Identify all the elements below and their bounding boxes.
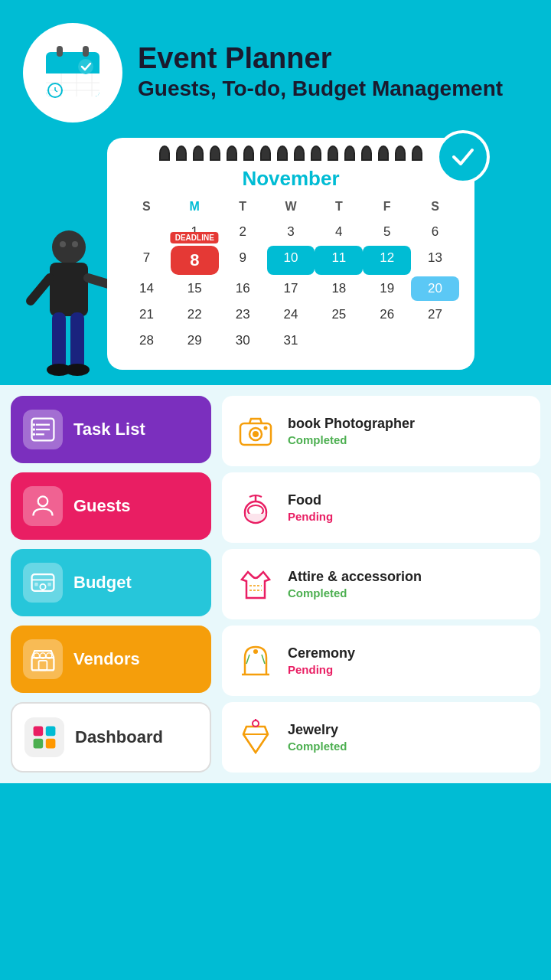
- svg-line-64: [256, 734, 268, 753]
- task-item-jewelry[interactable]: Jewelry Completed: [222, 702, 540, 773]
- cal-row-4: 21 22 23 24 25 26 27: [122, 302, 459, 327]
- svg-line-60: [243, 727, 246, 734]
- calendar-spirals: [122, 145, 459, 161]
- svg-point-9: [78, 59, 93, 74]
- cal-cell-8-deadline[interactable]: DEADLINE 8: [171, 246, 219, 275]
- cal-cell-12[interactable]: 12: [363, 246, 411, 275]
- cal-cell-16[interactable]: 16: [219, 276, 267, 301]
- calendar-section: November S M T W T F S 1 2 3 4 5 6: [0, 138, 551, 385]
- cal-row-5: 28 29 30 31: [122, 328, 459, 353]
- cal-cell-15[interactable]: 15: [171, 276, 219, 301]
- right-task-list: book Photographer Completed Food Pending: [222, 385, 551, 783]
- svg-rect-46: [46, 739, 56, 749]
- photographer-name: book Photographer: [288, 416, 415, 432]
- cal-cell-27[interactable]: 27: [411, 302, 459, 327]
- svg-rect-45: [34, 739, 44, 749]
- cal-cell-3[interactable]: 3: [267, 220, 315, 244]
- svg-point-49: [253, 431, 259, 437]
- svg-rect-36: [34, 583, 38, 586]
- nav-dashboard[interactable]: Dashboard: [11, 702, 211, 773]
- cal-row-2: 7 DEADLINE 8 9 10 11 12 13: [122, 246, 459, 275]
- vendors-label: Vendors: [73, 649, 140, 669]
- budget-label: Budget: [73, 573, 132, 593]
- app-subtitle: Guests, To-do, Budget Management: [138, 75, 503, 103]
- svg-line-58: [246, 655, 249, 664]
- app-header: Event Planner Guests, To-do, Budget Mana…: [0, 0, 551, 138]
- cal-cell-empty: [122, 220, 171, 244]
- cal-cell-9[interactable]: 9: [219, 246, 267, 275]
- ceremony-icon: [234, 639, 277, 682]
- cal-cell-22[interactable]: 22: [171, 302, 219, 327]
- svg-point-50: [264, 426, 268, 430]
- task-item-ceremony[interactable]: Ceremony Pending: [222, 626, 540, 696]
- attire-name: Attire & accessorion: [288, 569, 422, 585]
- task-item-food[interactable]: Food Pending: [222, 472, 540, 543]
- cal-cell-13[interactable]: 13: [411, 246, 459, 275]
- cal-cell-28[interactable]: 28: [122, 328, 171, 353]
- attire-status: Completed: [288, 586, 422, 599]
- food-name: Food: [288, 492, 333, 508]
- food-info: Food Pending: [288, 492, 333, 523]
- svg-rect-10: [57, 46, 63, 57]
- cal-cell-26[interactable]: 26: [363, 302, 411, 327]
- food-status: Pending: [288, 510, 333, 523]
- svg-point-22: [65, 364, 90, 376]
- cal-cell-20[interactable]: 20: [411, 276, 459, 301]
- guests-label: Guests: [73, 496, 131, 516]
- calendar-grid: S M T W T F S 1 2 3 4 5 6 7: [122, 197, 459, 353]
- task-item-photographer[interactable]: book Photographer Completed: [222, 396, 540, 466]
- cal-cell-empty3: [363, 328, 411, 353]
- cal-cell-11[interactable]: 11: [315, 246, 363, 275]
- task-list-icon: [23, 410, 63, 449]
- cal-cell-23[interactable]: 23: [219, 302, 267, 327]
- ceremony-info: Ceremony Pending: [288, 645, 355, 676]
- cal-cell-25[interactable]: 25: [315, 302, 363, 327]
- photographer-status: Completed: [288, 433, 415, 446]
- cal-cell-21[interactable]: 21: [122, 302, 171, 327]
- cal-cell-4[interactable]: 4: [315, 220, 363, 244]
- cal-cell-6[interactable]: 6: [411, 220, 459, 244]
- food-icon: [234, 486, 277, 529]
- cal-cell-30[interactable]: 30: [219, 328, 267, 353]
- nav-budget[interactable]: Budget: [11, 549, 211, 616]
- svg-rect-44: [46, 727, 56, 737]
- cal-cell-2[interactable]: 2: [219, 220, 267, 244]
- vendors-icon: [23, 639, 63, 679]
- svg-rect-43: [34, 727, 44, 737]
- svg-line-63: [243, 734, 256, 753]
- cal-cell-17[interactable]: 17: [267, 276, 315, 301]
- nav-vendors[interactable]: Vendors: [11, 626, 211, 693]
- cal-cell-empty4: [411, 328, 459, 353]
- svg-point-29: [33, 423, 36, 426]
- cal-cell-10[interactable]: 10: [267, 246, 315, 275]
- svg-line-61: [265, 727, 268, 734]
- jewelry-info: Jewelry Completed: [288, 722, 347, 753]
- svg-point-57: [253, 649, 258, 654]
- guests-icon: [23, 486, 63, 526]
- ceremony-name: Ceremony: [288, 645, 355, 662]
- svg-point-24: [72, 241, 78, 247]
- photographer-icon: [234, 410, 277, 452]
- cal-cell-24[interactable]: 24: [267, 302, 315, 327]
- cal-day-t1: T: [219, 197, 267, 217]
- cal-cell-14[interactable]: 14: [122, 276, 171, 301]
- cal-day-s1: S: [122, 197, 171, 217]
- app-logo: [23, 23, 122, 122]
- nav-guests[interactable]: Guests: [11, 472, 211, 540]
- calendar-month: November: [122, 167, 459, 191]
- attire-icon: [234, 563, 277, 606]
- cal-cell-31[interactable]: 31: [267, 328, 315, 353]
- app-title-block: Event Planner Guests, To-do, Budget Mana…: [138, 42, 503, 103]
- cal-cell-29[interactable]: 29: [171, 328, 219, 353]
- calendar-card: November S M T W T F S 1 2 3 4 5 6: [107, 138, 474, 370]
- cal-cell-19[interactable]: 19: [363, 276, 411, 301]
- cal-cell-18[interactable]: 18: [315, 276, 363, 301]
- svg-rect-19: [52, 312, 66, 370]
- task-item-attire[interactable]: Attire & accessorion Completed: [222, 549, 540, 619]
- svg-line-18: [31, 278, 50, 301]
- cal-cell-7[interactable]: 7: [122, 246, 171, 275]
- cal-day-m: M: [171, 197, 219, 217]
- svg-rect-38: [32, 658, 54, 670]
- cal-cell-5[interactable]: 5: [363, 220, 411, 244]
- nav-task-list[interactable]: Task List: [11, 396, 211, 463]
